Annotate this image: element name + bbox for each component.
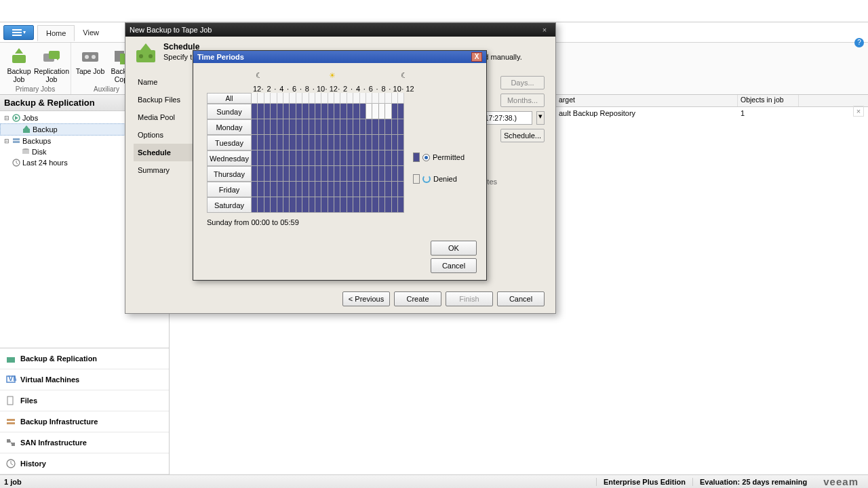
time-cell[interactable] <box>360 119 366 135</box>
col-target[interactable]: arget <box>556 95 738 106</box>
time-cell[interactable] <box>283 166 290 182</box>
time-cell[interactable] <box>398 104 404 119</box>
time-cell[interactable] <box>309 197 315 213</box>
tape-job-button[interactable]: Tape Job <box>74 44 106 85</box>
days-button[interactable]: Days... <box>500 76 545 89</box>
time-cell[interactable] <box>264 150 271 166</box>
time-cell[interactable] <box>321 104 328 119</box>
time-cell[interactable] <box>252 135 258 150</box>
time-cell[interactable] <box>328 197 334 213</box>
time-cell[interactable] <box>296 150 302 166</box>
time-cell[interactable] <box>283 150 290 166</box>
time-cell[interactable] <box>385 135 391 150</box>
time-cell[interactable] <box>379 104 385 119</box>
time-cell[interactable] <box>353 104 359 119</box>
all-button[interactable]: All <box>207 93 252 104</box>
time-cell[interactable] <box>379 119 385 135</box>
time-cell[interactable] <box>302 150 309 166</box>
time-cell[interactable] <box>353 197 359 213</box>
time-cell[interactable] <box>385 166 391 182</box>
time-cell[interactable] <box>321 119 328 135</box>
panel-close-icon[interactable]: × <box>853 106 864 117</box>
tab-view[interactable]: View <box>75 25 107 40</box>
time-cell[interactable] <box>258 150 264 166</box>
time-cell[interactable] <box>385 182 391 197</box>
time-cell[interactable] <box>372 119 378 135</box>
time-cell[interactable] <box>340 150 347 166</box>
wizard-close-icon[interactable]: × <box>538 26 551 34</box>
time-cell[interactable] <box>385 197 391 213</box>
time-cell[interactable] <box>334 104 340 119</box>
time-cell[interactable] <box>271 119 277 135</box>
time-cell[interactable] <box>302 104 309 119</box>
time-cell[interactable] <box>277 197 283 213</box>
time-cell[interactable] <box>321 135 328 150</box>
time-cell[interactable] <box>372 150 378 166</box>
time-cell[interactable] <box>340 135 347 150</box>
day-label[interactable]: Tuesday <box>207 135 252 150</box>
table-row[interactable]: ault Backup Repository 1 <box>556 107 868 119</box>
time-cell[interactable] <box>398 182 404 197</box>
cancel-button[interactable]: Cancel <box>431 258 477 273</box>
time-cell[interactable] <box>309 119 315 135</box>
time-cell[interactable] <box>283 104 290 119</box>
time-cell[interactable] <box>277 104 283 119</box>
time-cell[interactable] <box>347 104 353 119</box>
help-icon[interactable]: ? <box>854 38 864 47</box>
time-cell[interactable] <box>366 166 372 182</box>
day-label[interactable]: Monday <box>207 119 252 135</box>
time-cell[interactable] <box>258 119 264 135</box>
time-cell[interactable] <box>353 166 359 182</box>
time-cell[interactable] <box>379 150 385 166</box>
time-cell[interactable] <box>264 197 271 213</box>
time-cell[interactable] <box>372 166 378 182</box>
close-icon[interactable]: X <box>471 52 482 62</box>
time-cell[interactable] <box>328 150 334 166</box>
time-cell[interactable] <box>321 197 328 213</box>
time-cell[interactable] <box>302 197 309 213</box>
time-cell[interactable] <box>340 197 347 213</box>
time-cell[interactable] <box>290 135 296 150</box>
time-cell[interactable] <box>271 135 277 150</box>
time-cell[interactable] <box>379 135 385 150</box>
time-cell[interactable] <box>334 197 340 213</box>
time-cell[interactable] <box>309 166 315 182</box>
time-cell[interactable] <box>302 119 309 135</box>
time-cell[interactable] <box>258 104 264 119</box>
time-cell[interactable] <box>360 182 366 197</box>
time-cell[interactable] <box>334 135 340 150</box>
time-cell[interactable] <box>277 166 283 182</box>
time-cell[interactable] <box>252 197 258 213</box>
time-cell[interactable] <box>283 119 290 135</box>
time-cell[interactable] <box>379 166 385 182</box>
time-cell[interactable] <box>392 119 398 135</box>
time-cell[interactable] <box>258 135 264 150</box>
time-cell[interactable] <box>392 166 398 182</box>
time-cell[interactable] <box>296 166 302 182</box>
time-cell[interactable] <box>334 119 340 135</box>
time-cell[interactable] <box>290 166 296 182</box>
day-label[interactable]: Wednesday <box>207 150 252 166</box>
time-cell[interactable] <box>360 135 366 150</box>
day-label[interactable]: Saturday <box>207 197 252 213</box>
time-cell[interactable] <box>360 166 366 182</box>
previous-button[interactable]: < Previous <box>342 291 390 306</box>
time-cell[interactable] <box>264 182 271 197</box>
time-cell[interactable] <box>277 182 283 197</box>
time-cell[interactable] <box>372 197 378 213</box>
time-cell[interactable] <box>328 104 334 119</box>
time-cell[interactable] <box>321 182 328 197</box>
time-cell[interactable] <box>328 119 334 135</box>
time-cell[interactable] <box>398 166 404 182</box>
time-cell[interactable] <box>392 150 398 166</box>
time-cell[interactable] <box>264 166 271 182</box>
time-cell[interactable] <box>353 119 359 135</box>
ok-button[interactable]: OK <box>431 241 477 256</box>
time-cell[interactable] <box>379 182 385 197</box>
day-label[interactable]: Friday <box>207 182 252 197</box>
time-cell[interactable] <box>283 135 290 150</box>
time-cell[interactable] <box>271 182 277 197</box>
time-cell[interactable] <box>360 197 366 213</box>
time-cell[interactable] <box>315 135 321 150</box>
time-cell[interactable] <box>290 119 296 135</box>
